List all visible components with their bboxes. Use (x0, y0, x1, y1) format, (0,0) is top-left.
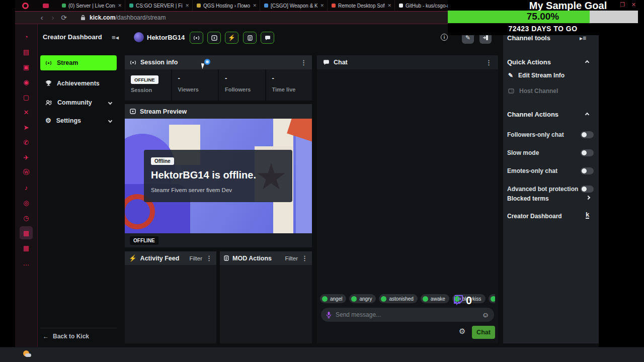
tab-close-icon[interactable]: ✕ (185, 3, 189, 8)
weather-icon[interactable] (23, 350, 31, 358)
kebab-menu-icon[interactable]: ⋮ (206, 254, 212, 262)
edit-stream-info-action[interactable]: ✎ Edit Stream Info (508, 72, 565, 79)
collapse-list-icon[interactable]: ▸≡ (580, 35, 586, 42)
tab-favicon (129, 4, 133, 8)
panel-title: MOD Actions (232, 255, 272, 262)
microphone-icon[interactable] (326, 311, 332, 318)
opera-sidebar-icon[interactable]: ◷ (20, 211, 33, 224)
browser-tab[interactable]: Remote Desktop Software ✕ (328, 0, 395, 11)
browser-close-icon[interactable]: ✕ (631, 2, 636, 8)
activity-tool-button[interactable]: ⚡ (225, 32, 238, 44)
back-to-kick-link[interactable]: ← Back to Kick (43, 333, 89, 340)
opera-sidebar-icon[interactable]: ✈ (20, 151, 33, 164)
toggle-switch[interactable] (581, 149, 594, 156)
desktop: (0) Server | Live Console ✕ CS:GO SERVER… (0, 0, 644, 362)
toggle-switch[interactable] (581, 131, 594, 138)
opera-logo-icon[interactable] (22, 3, 29, 9)
chat-settings-gear-icon[interactable]: ⚙ (459, 327, 465, 336)
goal-progress-bar: 75.00% (448, 11, 638, 23)
sidebar-item-achievements[interactable]: Achievements (40, 76, 117, 90)
opera-sidebar-icon[interactable]: … (20, 256, 33, 269)
tab-label: Remote Desktop Software (338, 3, 385, 9)
session-stat-tile: - Viewers (172, 69, 218, 101)
browser-tab[interactable]: (0) Server | Live Console ✕ (58, 0, 125, 11)
sidebar-item-community[interactable]: Community (40, 96, 117, 109)
mod-actions-header: MOD Actions Filter ⋮ (220, 251, 312, 265)
kebab-menu-icon[interactable]: ⋮ (486, 59, 492, 66)
session-stat-tile: OFFLINE Session (125, 69, 171, 101)
opera-sidebar-icon[interactable]: ➤ (20, 121, 33, 134)
opera-sidebar-icon[interactable]: ◔ (20, 30, 33, 43)
emote-chip[interactable]: angel (320, 294, 346, 303)
sidebar-item-stream[interactable]: Stream (40, 55, 117, 70)
host-channel-action[interactable]: Host Channel (508, 87, 558, 95)
sidebar-collapse-icon[interactable]: ≡◂ (112, 34, 119, 41)
tab-close-icon[interactable]: ✕ (387, 3, 391, 8)
opera-sidebar-icon[interactable]: ▩ (20, 226, 33, 239)
toggle-label: Slow mode (507, 149, 539, 156)
opera-sidebar-icon[interactable]: ♪ (20, 181, 33, 194)
opera-sidebar-icon[interactable]: ⓦ (20, 166, 33, 179)
url-path[interactable]: /dashboard/stream (115, 14, 166, 21)
emote-chip[interactable]: awake (421, 294, 449, 303)
opera-sidebar-icon[interactable]: ▦ (20, 241, 33, 254)
stream-tool-button[interactable] (190, 32, 203, 44)
forward-icon[interactable]: › (47, 14, 58, 22)
opera-sidebar-icon[interactable]: ▤ (20, 45, 33, 58)
toggle-switch[interactable] (581, 186, 594, 193)
document-icon (248, 35, 253, 41)
chat-bubble-icon (265, 35, 271, 41)
taskbar: 24°C Mostly sunny Търсене b (0, 347, 644, 362)
info-icon[interactable]: i (441, 34, 448, 41)
opera-sidebar-icon[interactable]: ◎ (20, 196, 33, 209)
stream-preview-footer: OFFLINE (125, 233, 312, 247)
emote-chip[interactable]: astonished (379, 294, 417, 303)
creator-dashboard-link[interactable]: Creator Dashboard (507, 213, 562, 220)
chat-input-box: ☺ (321, 308, 494, 322)
opera-sidebar-icon[interactable]: ✕ (20, 106, 33, 119)
stream-preview-player[interactable]: Offline HektorBG14 is offline. Steamr Fi… (125, 119, 312, 233)
emoji-picker-icon[interactable]: ☺ (482, 311, 489, 319)
tab-close-icon[interactable]: ✕ (118, 3, 122, 8)
counter-value: 0 (466, 294, 472, 307)
url-host[interactable]: kick.com (90, 14, 115, 21)
kebab-menu-icon[interactable]: ⋮ (301, 254, 308, 262)
opera-sidebar-icon[interactable]: ▣ (20, 60, 33, 73)
emote-label: astonished (389, 296, 413, 302)
chat-message-input[interactable] (336, 311, 478, 318)
stream-preview-header: Stream Preview (125, 104, 312, 119)
quick-actions-title: Quick Actions (507, 58, 551, 66)
opera-sidebar-icon[interactable]: ▢ (20, 90, 33, 104)
divider (40, 328, 117, 328)
tab-close-icon[interactable]: ✕ (320, 3, 324, 8)
back-icon[interactable]: ‹ (36, 14, 47, 22)
emote-chip[interactable]: bubbly (489, 294, 495, 303)
opera-sidebar-icon[interactable]: ✆ (20, 136, 33, 149)
tab-favicon (264, 4, 268, 8)
browser-restore-icon[interactable]: ❒ (620, 2, 625, 8)
mod-tool-button[interactable] (243, 32, 257, 44)
filter-button[interactable]: Filter (285, 255, 298, 261)
gx-corner-icon[interactable] (43, 4, 49, 8)
collapse-right-icon (482, 35, 489, 41)
emote-chip[interactable]: angry (349, 294, 376, 303)
chat-tool-button[interactable] (261, 32, 274, 44)
reload-icon[interactable]: ⟳ (58, 14, 69, 22)
browser-tab[interactable]: CS:GO SERVER | File Mana ✕ (125, 0, 193, 11)
sidebar-item-label: Settings (56, 117, 81, 124)
kebab-menu-icon[interactable]: ⋮ (300, 59, 307, 66)
chat-send-button[interactable]: Chat (472, 326, 495, 339)
status-badge: OFFLINE (130, 236, 158, 245)
browser-tab[interactable]: QGS Hosting › Помощен ч ✕ (193, 0, 260, 11)
blocked-terms-link[interactable]: Blocked terms (507, 195, 549, 202)
activity-feed-header: ⚡ Activity Feed Filter ⋮ (125, 251, 216, 265)
filter-button[interactable]: Filter (189, 255, 202, 261)
avatar[interactable] (134, 32, 144, 42)
opera-sidebar-icon[interactable]: ◉ (20, 75, 33, 88)
sidebar-item-settings[interactable]: ⚙ Settings (40, 114, 117, 127)
session-info-header: Session info ⋮ (125, 55, 312, 69)
toggle-switch[interactable] (581, 167, 594, 174)
tab-close-icon[interactable]: ✕ (253, 3, 257, 8)
browser-tab[interactable]: [CSGO] Weapon & Knives ✕ (260, 0, 328, 11)
preview-tool-button[interactable] (207, 32, 221, 44)
